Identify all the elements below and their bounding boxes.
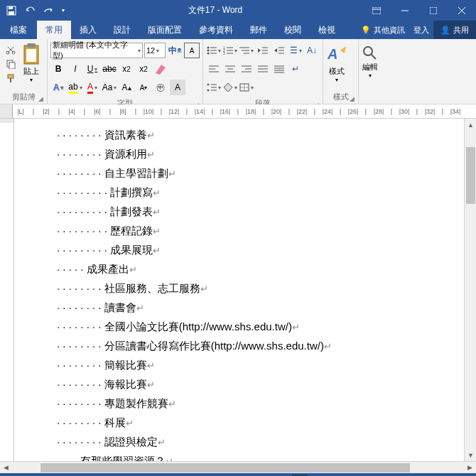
styles-button[interactable]: A 樣式 ▾ [326,40,347,91]
svg-text:3: 3 [223,51,225,55]
doc-line[interactable]: · · · · · · · · 海報比賽↵ [57,375,459,394]
strikethrough-button[interactable]: abc [102,61,117,77]
tab-view[interactable]: 檢視 [310,21,344,39]
change-case-button[interactable]: Aa▾ [102,80,117,95]
line-spacing-button[interactable]: ▾ [206,80,222,95]
tab-references[interactable]: 參考資料 [190,21,242,39]
superscript-button[interactable]: x2 [136,61,151,77]
font-size-combo[interactable]: 12▾ [144,43,166,58]
redo-button[interactable] [40,2,57,19]
paste-button[interactable]: 貼上 ▾ [18,40,44,91]
doc-line[interactable]: · · · · · · · · 簡報比賽↵ [57,356,459,375]
styles-dialog-launcher[interactable]: ◢ [350,95,355,102]
decrease-indent-button[interactable] [255,43,271,58]
phonetic-guide-button[interactable]: 中호 [167,43,183,58]
multilevel-list-button[interactable]: ▾ [239,43,254,58]
numbering-button[interactable]: 123▾ [222,43,238,58]
doc-line[interactable]: · · · · · · · · 資源利用↵ [57,145,459,164]
bold-button[interactable]: B [50,61,66,77]
scroll-down-button[interactable]: ▼ [465,449,476,461]
align-right-button[interactable] [239,61,254,77]
scroll-up-button[interactable]: ▲ [465,119,476,131]
shrink-font-button[interactable]: A▾ [136,80,151,95]
tab-review[interactable]: 校閱 [276,21,310,39]
tab-file[interactable]: 檔案 [0,21,37,39]
tab-design[interactable]: 設計 [105,21,139,39]
doc-line[interactable]: · · · · · · · · · 計劃發表↵ [57,202,459,222]
format-painter-button[interactable] [4,72,17,85]
minimize-button[interactable] [391,0,419,21]
justify-button[interactable] [255,61,271,77]
doc-line[interactable]: · · · · 有那些學習資源？↵ [57,452,459,461]
char-border-button[interactable]: A [184,43,200,58]
close-button[interactable] [448,0,476,21]
sort-button[interactable]: A↓ [304,43,320,58]
doc-line[interactable]: · · · · · · · · 專題製作競賽↵ [57,394,459,413]
horizontal-ruler[interactable]: |L|||2|||4|||6|||8|||10|||12|||14|||16||… [0,104,476,119]
horizontal-scrollbar[interactable]: ◀ ▶ [0,461,476,473]
clear-format-button[interactable] [153,61,168,77]
svg-line-63 [372,55,376,59]
qat-customize-button[interactable]: ▾ [58,2,68,19]
vertical-ruler[interactable] [0,119,14,461]
vertical-scrollbar[interactable]: ▲ ▼ [464,119,476,461]
doc-line[interactable]: · · · · · · · · 全國小論文比賽(http://www.shs.e… [57,318,459,337]
scroll-thumb-h[interactable] [40,463,410,472]
text-effects-button[interactable]: A▾ [50,80,66,95]
align-left-button[interactable] [206,61,222,77]
undo-button[interactable] [21,2,38,19]
italic-button[interactable]: I [67,61,83,77]
scroll-left-button[interactable]: ◀ [0,462,12,473]
save-button[interactable] [3,2,20,19]
enclose-char-button[interactable]: ㊥ [153,80,168,95]
tab-layout[interactable]: 版面配置 [139,21,190,39]
ribbon-tabs: 檔案 常用 插入 設計 版面配置 參考資料 郵件 校閱 檢視 💡其他資訊 登入 … [0,21,476,39]
doc-line[interactable]: · · · · · · · · 分區讀書心得寫作比賽(http://www.sh… [57,337,459,356]
borders-button[interactable]: ▾ [239,80,254,95]
distribute-button[interactable] [271,61,287,77]
svg-point-18 [207,47,210,49]
subscript-button[interactable]: x2 [119,61,134,77]
doc-line[interactable]: · · · · · · · · 科展↵ [57,413,459,433]
tab-mailings[interactable]: 郵件 [242,21,276,39]
clipboard-dialog-launcher[interactable]: ◢ [38,95,43,102]
group-font: 新細明體 (本文中文字型)▾ 12▾ 中호 A B I U▾ abc x2 x2… [48,39,203,104]
doc-line[interactable]: · · · · · · · · 社區服務、志工服務↵ [57,279,459,298]
underline-button[interactable]: U▾ [85,61,100,77]
document-page[interactable]: · · · · · · · · 資訊素養↵· · · · · · · · 資源利… [14,119,476,461]
doc-line[interactable]: · · · · · · · · · 成果展現↵ [57,241,459,260]
scroll-right-button[interactable]: ▶ [464,462,476,473]
doc-line[interactable]: · · · · · 成果產出↵ [57,260,459,279]
increase-indent-button[interactable] [271,43,287,58]
align-center-button[interactable] [222,61,238,77]
doc-line[interactable]: · · · · · · · · 自主學習計劃↵ [57,164,459,183]
cut-button[interactable] [4,43,17,56]
copy-button[interactable] [4,58,17,70]
share-button[interactable]: 👤共用 [433,21,476,39]
doc-line[interactable]: · · · · · · · · 資訊素養↵ [57,126,459,145]
tell-me-button[interactable]: 💡其他資訊 [357,21,409,39]
font-name-combo[interactable]: 新細明體 (本文中文字型)▾ [50,43,143,58]
highlight-button[interactable]: ab▾ [67,80,83,95]
doc-line[interactable]: · · · · · · · · · 計劃撰寫↵ [57,183,459,202]
group-clipboard: 貼上 ▾ 剪貼簿◢ [0,39,48,104]
maximize-button[interactable] [419,0,448,21]
font-color-button[interactable]: A▾ [85,80,100,95]
shading-button[interactable]: ▾ [222,80,238,95]
doc-line[interactable]: · · · · · · · · · 歷程記錄↵ [57,222,459,241]
tab-home[interactable]: 常用 [37,21,71,39]
char-shading-button[interactable]: A [170,80,185,95]
statusbar: 第 1 頁，共 10 頁 3024 個字 📖 中文 (台灣) 📋 − + 105… [0,473,476,476]
doc-line[interactable]: · · · · · · · · 認證與檢定↵ [57,433,459,452]
doc-line[interactable]: · · · · · · · · 讀書會↵ [57,298,459,318]
signin-button[interactable]: 登入 [409,21,433,39]
grow-font-button[interactable]: A▴ [119,80,134,95]
bullets-button[interactable]: ▾ [206,43,222,58]
asian-layout-button[interactable]: ☰▾ [288,43,303,58]
tab-insert[interactable]: 插入 [71,21,105,39]
show-marks-button[interactable]: ↵ [288,61,303,77]
scroll-thumb-v[interactable] [466,147,475,204]
editing-button[interactable]: 編輯 ▾ [362,40,379,102]
ribbon-display-button[interactable] [362,0,391,21]
svg-rect-2 [9,11,14,15]
